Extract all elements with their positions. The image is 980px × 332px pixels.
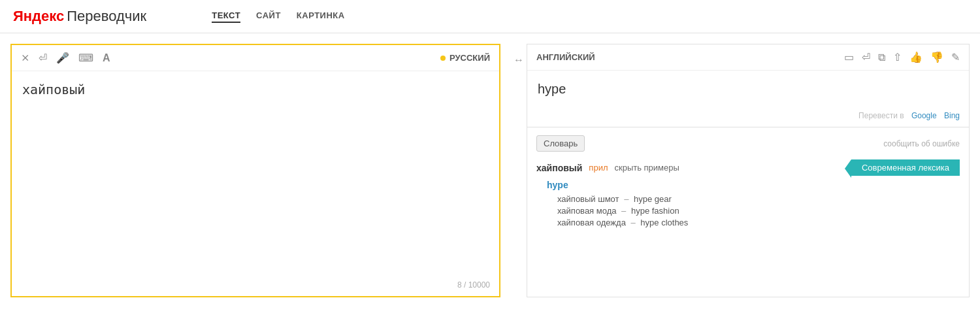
main-content: ⨯ ⏎ 🎤 ⌨ A РУССКИЙ 8 / 10000 ↔ АНГЛИЙСКИЙ… bbox=[0, 33, 980, 308]
copy-icon[interactable]: ⧉ bbox=[878, 52, 885, 63]
translate-links: Перевести в Google Bing bbox=[527, 107, 969, 127]
example-ru-2: хайповая одежда bbox=[557, 218, 626, 227]
dict-examples: хайповый шмот – hype gear хайповая мода … bbox=[557, 194, 960, 227]
dictionary-section: Словарь сообщить об ошибке хайповый прил… bbox=[527, 127, 969, 241]
font-icon[interactable]: A bbox=[103, 52, 110, 64]
left-panel: ⨯ ⏎ 🎤 ⌨ A РУССКИЙ 8 / 10000 bbox=[10, 44, 500, 297]
dash-1: – bbox=[621, 206, 629, 216]
right-toolbar-icons: ▭ ⏎ ⧉ ⇧ 👍 👎 ✎ bbox=[844, 51, 960, 63]
dash-0: – bbox=[624, 194, 631, 204]
lang-dot bbox=[440, 56, 446, 61]
hide-examples-button[interactable]: скрыть примеры bbox=[614, 163, 679, 173]
volume-icon[interactable]: ⏎ bbox=[39, 52, 47, 64]
dict-example-2: хайповая одежда – hype clothes bbox=[557, 218, 960, 227]
logo: Яндекс Переводчик bbox=[13, 8, 146, 25]
dict-pos: прил bbox=[589, 163, 608, 173]
dict-header: Словарь сообщить об ошибке bbox=[536, 135, 960, 152]
dict-tag: Современная лексика bbox=[851, 159, 960, 176]
example-ru-0: хайповый шмот bbox=[557, 194, 619, 204]
logo-title: Переводчик bbox=[67, 8, 146, 25]
clear-icon[interactable]: ⨯ bbox=[21, 52, 29, 64]
bing-link[interactable]: Bing bbox=[944, 111, 960, 120]
example-ru-1: хайповая мода bbox=[557, 206, 616, 216]
swap-languages-button[interactable]: ↔ bbox=[511, 33, 527, 308]
dict-badge: Словарь bbox=[536, 135, 585, 152]
thumbs-up-icon[interactable]: 👍 bbox=[909, 51, 923, 63]
thumbs-down-icon[interactable]: 👎 bbox=[930, 51, 943, 63]
swap-icon: ↔ bbox=[514, 54, 524, 66]
dict-entry: хайповый прил скрыть примеры Современная… bbox=[536, 159, 960, 227]
volume-icon[interactable]: ⏎ bbox=[862, 51, 870, 63]
header-nav: ТЕКСТ САЙТ КАРТИНКА bbox=[212, 10, 344, 23]
report-error-link[interactable]: сообщить об ошибке bbox=[883, 139, 960, 148]
dict-source-word: хайповый bbox=[536, 163, 582, 173]
right-toolbar: АНГЛИЙСКИЙ ▭ ⏎ ⧉ ⇧ 👍 👎 ✎ bbox=[527, 44, 969, 71]
char-count: 8 / 10000 bbox=[12, 276, 499, 296]
example-en-0: hype gear bbox=[634, 194, 672, 204]
mic-icon[interactable]: 🎤 bbox=[56, 52, 69, 64]
nav-image[interactable]: КАРТИНКА bbox=[297, 10, 345, 23]
target-lang-label: АНГЛИЙСКИЙ bbox=[536, 52, 595, 62]
left-toolbar: ⨯ ⏎ 🎤 ⌨ A РУССКИЙ bbox=[12, 45, 499, 71]
source-lang-label: РУССКИЙ bbox=[449, 53, 490, 63]
bookmark-icon[interactable]: ▭ bbox=[844, 51, 854, 63]
source-lang-indicator: РУССКИЙ bbox=[440, 53, 490, 63]
example-en-1: hype fashion bbox=[631, 206, 679, 216]
logo-yandex: Яндекс bbox=[13, 8, 64, 25]
source-text-input[interactable] bbox=[12, 71, 499, 276]
share-icon[interactable]: ⇧ bbox=[893, 51, 902, 63]
translation-text: hype bbox=[527, 71, 969, 107]
nav-site[interactable]: САЙТ bbox=[256, 10, 281, 23]
right-panel: АНГЛИЙСКИЙ ▭ ⏎ ⧉ ⇧ 👍 👎 ✎ hype Перевести … bbox=[527, 44, 970, 297]
header: Яндекс Переводчик ТЕКСТ САЙТ КАРТИНКА bbox=[0, 0, 980, 33]
dict-word-row: хайповый прил скрыть примеры Современная… bbox=[536, 159, 960, 176]
dict-translation: hype bbox=[547, 180, 960, 190]
edit-icon[interactable]: ✎ bbox=[951, 51, 960, 63]
nav-text[interactable]: ТЕКСТ bbox=[212, 10, 240, 23]
dash-2: – bbox=[631, 218, 638, 227]
dict-example-1: хайповая мода – hype fashion bbox=[557, 206, 960, 216]
example-en-2: hype clothes bbox=[640, 218, 688, 227]
translate-via-label: Перевести в bbox=[858, 111, 904, 120]
google-link[interactable]: Google bbox=[911, 111, 937, 120]
keyboard-icon[interactable]: ⌨ bbox=[78, 52, 93, 64]
dict-example-0: хайповый шмот – hype gear bbox=[557, 194, 960, 204]
